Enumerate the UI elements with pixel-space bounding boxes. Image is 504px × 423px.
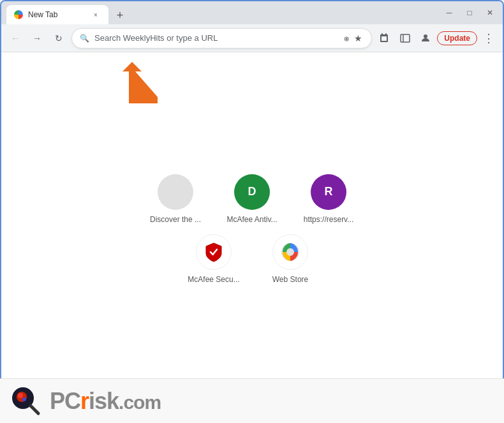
brand-text: PCrisk.com bbox=[50, 390, 161, 413]
watermark-logo bbox=[10, 385, 42, 417]
toolbar-right: Update ⋮ bbox=[376, 29, 498, 47]
shortcut-label-mcafee-secu: McAfee Secu... bbox=[188, 275, 239, 284]
new-tab-button[interactable]: + bbox=[111, 6, 129, 24]
reload-button[interactable]: ↻ bbox=[50, 29, 68, 47]
brand-pc: PC bbox=[50, 388, 80, 414]
arrow-container bbox=[122, 59, 174, 112]
maximize-button[interactable]: □ bbox=[462, 5, 477, 20]
active-tab[interactable]: New Tab × bbox=[6, 5, 108, 24]
bookmark-icon[interactable]: ★ bbox=[353, 32, 364, 45]
tab-favicon bbox=[14, 10, 23, 19]
shortcut-mcafee-antiv[interactable]: D McAfee Antiv... bbox=[223, 174, 281, 224]
svg-line-12 bbox=[31, 406, 38, 413]
brand-risk-r: r bbox=[80, 388, 89, 414]
search-icon: 🔍 bbox=[80, 34, 89, 43]
shortcut-reserv[interactable]: R https://reserv... bbox=[300, 174, 357, 224]
close-window-button[interactable]: ✕ bbox=[482, 5, 498, 20]
shortcuts-grid: Discover the ... D McAfee Antiv... R htt… bbox=[147, 174, 357, 284]
arrow-icon bbox=[122, 59, 174, 110]
tab-title: New Tab bbox=[28, 10, 85, 19]
more-button[interactable]: ⋮ bbox=[480, 29, 498, 47]
page-content: Discover the ... D McAfee Antiv... R htt… bbox=[1, 52, 503, 380]
shortcut-icon-mcafee-secu bbox=[196, 234, 232, 270]
window-controls: ─ □ ✕ bbox=[441, 5, 498, 20]
shortcut-mcafee-secu[interactable]: McAfee Secu... bbox=[185, 234, 242, 284]
brand-risk-isk: isk bbox=[89, 388, 119, 414]
watermark-footer: PCrisk.com bbox=[0, 378, 504, 423]
extensions-button[interactable] bbox=[376, 29, 394, 47]
back-button[interactable]: ← bbox=[6, 29, 24, 47]
shortcuts-row-2: McAfee Secu... Web Store bbox=[185, 234, 319, 284]
shortcut-label-reserv: https://reserv... bbox=[304, 215, 353, 224]
svg-point-11 bbox=[22, 397, 26, 401]
pcrisk-magnifier-icon bbox=[10, 385, 42, 417]
svg-point-6 bbox=[287, 249, 293, 255]
shortcut-discover[interactable]: Discover the ... bbox=[147, 174, 204, 224]
update-button[interactable]: Update bbox=[437, 31, 477, 45]
svg-marker-4 bbox=[122, 62, 158, 103]
update-button-label: Update bbox=[444, 34, 470, 43]
shortcut-icon-reserv: R bbox=[311, 174, 346, 210]
shortcut-icon-discover bbox=[158, 174, 193, 210]
brand-com: .com bbox=[119, 392, 161, 413]
minimize-button[interactable]: ─ bbox=[441, 5, 457, 20]
shortcut-icon-mcafee-antiv: D bbox=[234, 174, 270, 210]
svg-point-2 bbox=[424, 34, 427, 38]
shortcut-label-discover: Discover the ... bbox=[150, 215, 201, 224]
tab-strip: New Tab × + bbox=[6, 1, 129, 24]
address-bar-actions: ⎈ ★ bbox=[343, 32, 364, 45]
forward-button[interactable]: → bbox=[28, 29, 46, 47]
shortcut-webstore[interactable]: Web Store bbox=[262, 234, 319, 284]
shortcuts-row-1: Discover the ... D McAfee Antiv... R htt… bbox=[147, 174, 357, 224]
tab-close-button[interactable]: × bbox=[91, 10, 101, 20]
shortcut-label-webstore: Web Store bbox=[272, 275, 308, 284]
title-bar: New Tab × + ─ □ ✕ bbox=[1, 1, 503, 24]
address-bar-text: Search WeeklyHits or type a URL bbox=[94, 33, 337, 43]
sidebar-button[interactable] bbox=[396, 29, 414, 47]
shortcut-icon-webstore bbox=[272, 234, 308, 270]
browser-toolbar: ← → ↻ 🔍 Search WeeklyHits or type a URL … bbox=[1, 24, 503, 52]
profile-button[interactable] bbox=[417, 29, 434, 47]
svg-point-10 bbox=[18, 393, 23, 398]
share-icon[interactable]: ⎈ bbox=[343, 32, 350, 45]
shortcut-label-mcafee-antiv: McAfee Antiv... bbox=[226, 215, 277, 224]
address-bar[interactable]: 🔍 Search WeeklyHits or type a URL ⎈ ★ bbox=[71, 28, 372, 48]
svg-rect-0 bbox=[401, 34, 410, 42]
